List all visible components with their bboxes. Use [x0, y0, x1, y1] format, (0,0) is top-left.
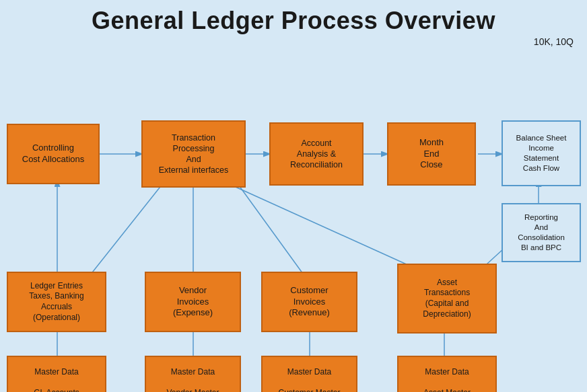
diagram: ControllingCost Allocations TransactionP…	[0, 50, 587, 379]
mastercustomer-box: Master DataCustomer Master	[261, 356, 357, 392]
masterasset-box: Master DataAsset Master	[397, 356, 497, 392]
customer-box: CustomerInvoices(Revenue)	[261, 272, 357, 332]
svg-line-6	[88, 181, 165, 278]
transaction-box: TransactionProcessingAndExternal interfa…	[141, 120, 246, 188]
mastervendor-box: Master DataVendor Master	[145, 356, 241, 392]
asset-box: AssetTransactions(Capital andDepreciatio…	[397, 264, 497, 334]
account-box: AccountAnalysis &Reconciliation	[269, 122, 364, 186]
monthend-box: MonthEndClose	[387, 122, 476, 186]
page-title: General Ledger Process Overview	[0, 0, 587, 35]
subtitle: 10K, 10Q	[0, 36, 587, 47]
balancesheet-box: Balance SheetIncomeStatementCash Flow	[502, 120, 581, 186]
reporting-box: ReportingAndConsolidationBI and BPC	[502, 203, 581, 262]
vendor-box: VendorInvoices(Expense)	[145, 272, 241, 332]
svg-line-8	[236, 181, 306, 278]
mastergl-box: Master DataGL Accounts	[7, 356, 106, 392]
controlling-box: ControllingCost Allocations	[7, 124, 100, 184]
ledger-box: Ledger EntriesTaxes, BankingAccruals(Ope…	[7, 272, 106, 332]
